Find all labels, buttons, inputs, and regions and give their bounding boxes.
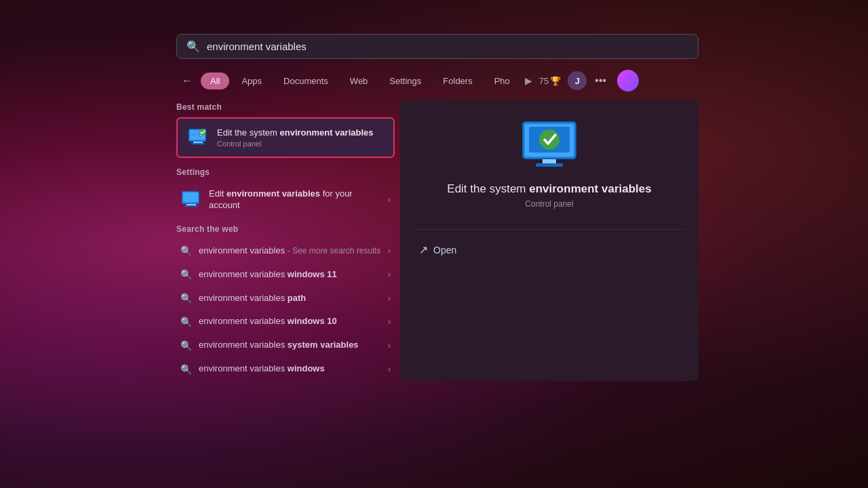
tab-folders[interactable]: Folders: [433, 73, 481, 89]
web-search-icon-1: 🔍: [180, 269, 192, 280]
detail-monitor-icon: [519, 120, 580, 171]
results-area: Best match: [176, 100, 698, 381]
web-item-1[interactable]: 🔍 environment variables windows 11 ›: [176, 263, 395, 287]
user-initial: J: [568, 71, 587, 90]
detail-icon-area: [414, 120, 685, 171]
settings-icon: [180, 189, 202, 211]
search-bar: 🔍: [176, 34, 698, 59]
tab-photos[interactable]: Pho: [485, 73, 519, 89]
web-item-5-text: environment variables windows: [199, 363, 325, 375]
web-search-icon-4: 🔍: [180, 340, 192, 351]
best-match-item[interactable]: Edit the system environment variables Co…: [176, 117, 395, 158]
svg-rect-13: [184, 205, 198, 207]
search-input[interactable]: [207, 41, 688, 52]
chevron-icon-0: ›: [388, 246, 391, 256]
web-item-4[interactable]: 🔍 environment variables system variables…: [176, 333, 395, 357]
chevron-icon-1: ›: [388, 270, 391, 279]
web-search-icon-5: 🔍: [180, 364, 192, 375]
web-item-4-text: environment variables system variables: [199, 340, 359, 351]
detail-panel: Edit the system environment variables Co…: [400, 100, 698, 381]
open-button[interactable]: ↗ Open: [414, 239, 462, 260]
search-icon: 🔍: [186, 40, 200, 53]
svg-rect-17: [542, 159, 556, 163]
detail-title: Edit the system environment variables: [414, 182, 685, 197]
tab-web[interactable]: Web: [340, 73, 378, 89]
chevron-icon-4: ›: [388, 341, 391, 350]
filter-tabs: ← All Apps Documents Web Settings Folder…: [176, 67, 698, 97]
control-panel-icon: [187, 127, 209, 148]
tab-apps[interactable]: Apps: [232, 73, 271, 89]
web-item-3-text: environment variables windows 10: [199, 316, 337, 327]
web-search-label: Search the web: [176, 224, 395, 234]
web-item-2[interactable]: 🔍 environment variables path ›: [176, 287, 395, 310]
svg-rect-18: [536, 163, 563, 167]
trophy-icon: 🏆: [550, 76, 561, 86]
settings-item-text: Edit environment variables for your acco…: [209, 188, 381, 211]
score-badge: 75 🏆: [535, 73, 565, 89]
settings-item-env[interactable]: Edit environment variables for your acco…: [176, 182, 395, 218]
svg-point-20: [539, 129, 559, 150]
chevron-icon-3: ›: [388, 317, 391, 327]
web-search-icon-3: 🔍: [180, 317, 192, 327]
chevron-icon-2: ›: [388, 293, 391, 303]
svg-rect-11: [183, 192, 198, 202]
web-item-5[interactable]: 🔍 environment variables windows ›: [176, 357, 395, 381]
detail-subtitle: Control panel: [414, 199, 685, 209]
tab-documents[interactable]: Documents: [274, 73, 338, 89]
best-match-label: Best match: [176, 102, 395, 112]
web-item-3[interactable]: 🔍 environment variables windows 10 ›: [176, 310, 395, 333]
web-item-0[interactable]: 🔍 environment variables - See more searc…: [176, 239, 395, 263]
tab-settings[interactable]: Settings: [380, 73, 431, 89]
open-icon: ↗: [419, 243, 428, 256]
web-item-2-text: environment variables path: [199, 293, 306, 304]
more-options-button[interactable]: •••: [589, 72, 612, 89]
web-item-1-text: environment variables windows 11: [199, 269, 337, 281]
left-panel: Best match: [176, 100, 400, 381]
chevron-icon: ›: [388, 195, 391, 205]
web-search-icon-2: 🔍: [180, 293, 192, 304]
svg-rect-12: [186, 204, 196, 205]
web-item-0-text: environment variables - See more search …: [199, 245, 380, 257]
avatar-button[interactable]: [617, 70, 639, 92]
chevron-icon-5: ›: [388, 365, 391, 374]
tab-all[interactable]: All: [201, 73, 229, 89]
svg-rect-3: [193, 142, 203, 143]
web-search-icon-0: 🔍: [180, 245, 192, 256]
best-match-text: Edit the system environment variables Co…: [217, 127, 384, 148]
back-button[interactable]: ←: [176, 71, 198, 90]
settings-label: Settings: [176, 167, 395, 177]
svg-rect-4: [191, 143, 205, 144]
